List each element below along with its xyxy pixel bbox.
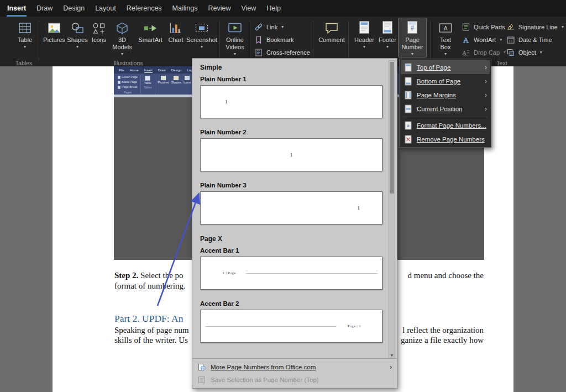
date-time-button[interactable]: Date & Time (506, 35, 552, 45)
shapes-button[interactable]: Shapes ▾ (66, 19, 88, 49)
menu-item-format-page-numbers[interactable]: # Format Page Numbers... (401, 118, 490, 132)
embedded-pages-group-label: Pages (118, 91, 138, 94)
text-box-button[interactable]: A Text Box ▾ (433, 19, 458, 56)
drop-cap-button-label: Drop Cap (474, 49, 500, 56)
embedded-tab-insert: Insert (144, 69, 153, 72)
blank-page-icon (118, 81, 120, 84)
submenu-arrow-icon: › (485, 77, 487, 85)
tab-help[interactable]: Help (265, 0, 282, 17)
chevron-down-icon: ▾ (540, 50, 542, 55)
save-selection-menu-item[interactable]: Save Selection as Page Number (Top) (192, 373, 397, 386)
text-box-button-label-line2: Box (441, 44, 451, 51)
comment-button[interactable]: Comment (318, 19, 345, 44)
chevron-down-icon: ▾ (500, 38, 502, 42)
group-label-tables: Tables (2, 60, 46, 66)
group-divider (219, 21, 220, 61)
quick-parts-button-label: Quick Parts (474, 24, 505, 30)
cover-page-icon (118, 76, 120, 79)
gallery-footer: More Page Numbers from Office.com › Save… (192, 358, 397, 388)
embedded-cover-page-label: Cover Page (122, 75, 138, 79)
header-button[interactable]: Header ▾ (352, 19, 376, 49)
submenu-arrow-icon: › (485, 105, 487, 112)
gallery-item-accent-bar-2[interactable]: Accent Bar 2 Page | 1 (192, 300, 397, 343)
embedded-table-icon (145, 76, 150, 81)
svg-text:A: A (444, 25, 448, 32)
menu-item-current-position[interactable]: Current Position › (401, 102, 490, 116)
menu-item-remove-page-numbers[interactable]: Remove Page Numbers (401, 132, 490, 146)
bookmark-button[interactable]: Bookmark (254, 35, 294, 45)
cross-reference-button[interactable]: Cross-reference (254, 48, 310, 58)
format-page-numbers-icon: # (404, 121, 412, 130)
page-number-button-label-line2: Number (401, 44, 423, 51)
3d-models-button[interactable]: 3D Models ▾ (109, 19, 135, 56)
submenu-arrow-icon: › (390, 363, 392, 371)
gallery-item-preview: 1 | Page (200, 257, 382, 290)
wordart-button[interactable]: A WordArt ▾ (462, 35, 502, 45)
embedded-tab: Design (171, 69, 182, 72)
doc-step2-right-fragment: d menu and choose the (408, 270, 484, 280)
gallery-item-plain-number-3[interactable]: Plain Number 3 1 (192, 182, 397, 224)
more-page-numbers-label: More Page Numbers from Office.com (211, 364, 316, 370)
tab-references[interactable]: References (125, 0, 164, 17)
menu-item-label: Page Margins (417, 92, 456, 98)
header-button-label: Header (354, 36, 374, 44)
gallery-scrollbar-thumb[interactable] (390, 62, 394, 194)
smartart-button[interactable]: SmartArt (135, 19, 165, 44)
tab-design[interactable]: Design (61, 0, 86, 17)
gallery-item-accent-bar-1[interactable]: Accent Bar 1 1 | Page (192, 247, 397, 290)
text-box-button-label-line1: Text (440, 36, 451, 44)
tab-view[interactable]: View (239, 0, 258, 17)
tab-review[interactable]: Review (206, 0, 232, 17)
gallery-item-label: Accent Bar 2 (200, 300, 397, 307)
group-divider (250, 21, 250, 61)
tab-draw[interactable]: Draw (35, 0, 54, 17)
footer-button-label: Footer (379, 36, 396, 44)
embedded-pages-group: Cover Page Blank Page Page Break Pages (118, 75, 138, 95)
chevron-down-icon: ▾ (281, 25, 284, 29)
object-button[interactable]: Object ▾ (506, 48, 542, 58)
drop-cap-button[interactable]: A Drop Cap ▾ (462, 48, 506, 58)
menu-item-top-of-page[interactable]: Top of Page › (401, 60, 490, 74)
link-icon (254, 23, 263, 32)
smartart-button-label: SmartArt (138, 36, 162, 44)
menu-item-label: Remove Page Numbers (417, 136, 485, 143)
embedded-icons-icon (185, 76, 190, 80)
wordart-icon: A (462, 35, 470, 44)
link-button[interactable]: Link ▾ (254, 22, 284, 32)
menu-item-label: Format Page Numbers... (417, 122, 486, 129)
table-button[interactable]: Table ▾ (12, 19, 38, 49)
annotation-arrow (143, 182, 214, 315)
gallery-item-plain-number-2[interactable]: Plain Number 2 1 (192, 129, 397, 171)
page-number-button[interactable]: # Page Number ▾ (398, 18, 427, 58)
doc-para-left-1: Speaking of page num (114, 325, 189, 335)
cross-reference-icon (254, 48, 263, 57)
more-page-numbers-menu-item[interactable]: More Page Numbers from Office.com › (192, 360, 397, 373)
chart-button-label: Chart (169, 36, 184, 44)
gallery-item-plain-number-1[interactable]: Plain Number 1 1 (192, 76, 397, 118)
bookmark-button-label: Bookmark (266, 36, 294, 43)
icons-button[interactable]: Icons (89, 19, 109, 44)
preview-accent-text: Page | 1 (348, 325, 361, 328)
shapes-icon (70, 19, 85, 35)
gallery-scrollbar[interactable]: ▼ (389, 60, 395, 360)
tab-layout[interactable]: Layout (93, 0, 118, 17)
preview-accent-line (205, 326, 337, 327)
embedded-group-divider (155, 75, 155, 95)
menu-item-page-margins[interactable]: Page Margins › (401, 88, 490, 102)
gallery-item-label: Plain Number 3 (200, 182, 397, 189)
footer-button[interactable]: Footer ▾ (376, 19, 399, 49)
footer-icon (381, 19, 394, 35)
signature-line-button[interactable]: Signature Line ▾ (506, 22, 564, 32)
tab-insert[interactable]: Insert (6, 0, 28, 17)
chart-button[interactable]: Chart (166, 19, 186, 44)
pictures-button[interactable]: Pictures (42, 19, 66, 44)
quick-parts-button[interactable]: Quick Parts ▾ (462, 22, 511, 32)
preview-accent-line (246, 273, 378, 274)
svg-text:#: # (407, 123, 410, 128)
menu-item-bottom-of-page[interactable]: Bottom of Page › (401, 74, 490, 88)
embedded-blank-page-label: Blank Page (122, 80, 137, 84)
online-videos-button[interactable]: Online Videos ▾ (222, 19, 248, 56)
screenshot-button[interactable]: Screenshot ▾ (186, 19, 218, 49)
tab-mailings[interactable]: Mailings (171, 0, 200, 17)
link-button-label: Link (266, 24, 277, 30)
